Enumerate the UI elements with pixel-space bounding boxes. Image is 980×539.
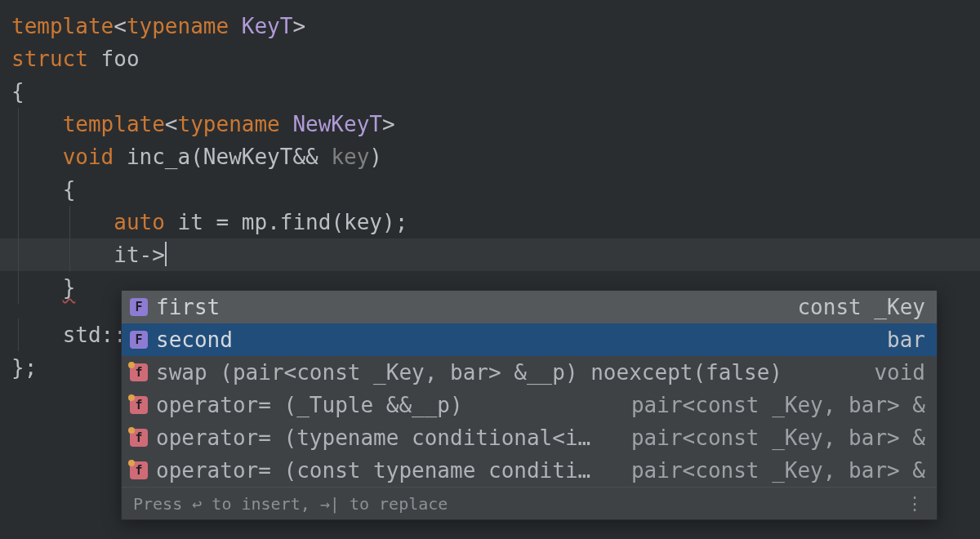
autocomplete-item-type: pair<const _Key, bar> & bbox=[631, 421, 925, 454]
code-line: template<typename KeyT> bbox=[0, 10, 980, 42]
autocomplete-item-method[interactable]: foperator= (_Tuple &&__p)pair<const _Key… bbox=[122, 389, 937, 421]
autocomplete-item-method[interactable]: foperator= (typename conditional<i…pair<… bbox=[122, 421, 937, 454]
badge-icon bbox=[128, 460, 135, 466]
code-line: void inc_a(NewKeyT&& key) bbox=[0, 140, 980, 173]
autocomplete-item-type: pair<const _Key, bar> & bbox=[631, 454, 925, 487]
autocomplete-item-label: operator= (typename conditional<i… bbox=[156, 421, 590, 454]
hint-text: Press ↩ to insert, →| to replace bbox=[133, 488, 448, 520]
method-icon: f bbox=[130, 363, 148, 381]
badge-icon bbox=[128, 427, 135, 434]
code-line: template<typename NewKeyT> bbox=[0, 108, 980, 140]
more-menu-icon[interactable]: ⋮ bbox=[906, 488, 925, 520]
autocomplete-item-label: operator= (const typename conditi… bbox=[156, 454, 590, 487]
code-line-active: it-> bbox=[0, 238, 980, 271]
code-line: { bbox=[0, 173, 980, 206]
method-icon: f bbox=[130, 461, 148, 479]
autocomplete-item-method[interactable]: foperator= (const typename conditi…pair<… bbox=[122, 454, 937, 487]
code-line: struct foo bbox=[0, 42, 980, 75]
code-editor[interactable]: template<typename KeyT> struct foo { tem… bbox=[0, 0, 980, 384]
code-line: { bbox=[0, 75, 980, 108]
autocomplete-item-field[interactable]: Ffirstconst _Key bbox=[122, 291, 937, 323]
field-icon: F bbox=[130, 298, 148, 316]
autocomplete-item-type: void bbox=[874, 356, 925, 389]
autocomplete-item-type: bar bbox=[887, 323, 925, 356]
tab-key-icon: →| bbox=[320, 494, 340, 514]
badge-icon bbox=[128, 362, 135, 368]
autocomplete-item-label: first bbox=[156, 291, 220, 323]
method-icon: f bbox=[130, 396, 148, 414]
autocomplete-item-label: second bbox=[156, 323, 233, 356]
autocomplete-item-type: pair<const _Key, bar> & bbox=[631, 389, 925, 421]
error-brace: } bbox=[63, 275, 76, 300]
autocomplete-item-type: const _Key bbox=[797, 291, 925, 323]
badge-icon bbox=[128, 394, 135, 401]
autocomplete-popup[interactable]: Ffirstconst _KeyFsecondbarfswap (pair<co… bbox=[121, 290, 938, 520]
autocomplete-hint-bar: Press ↩ to insert, →| to replace ⋮ bbox=[122, 487, 937, 519]
field-icon: F bbox=[130, 331, 148, 349]
autocomplete-item-method[interactable]: fswap (pair<const _Key, bar> &__p) noexc… bbox=[122, 356, 937, 389]
autocomplete-item-label: swap (pair<const _Key, bar> &__p) noexce… bbox=[156, 356, 782, 389]
autocomplete-item-label: operator= (_Tuple &&__p) bbox=[156, 389, 463, 421]
enter-key-icon: ↩ bbox=[192, 494, 202, 514]
code-line: auto it = mp.find(key); bbox=[0, 206, 980, 238]
autocomplete-item-field[interactable]: Fsecondbar bbox=[122, 323, 937, 356]
text-caret bbox=[165, 242, 167, 266]
method-icon: f bbox=[130, 429, 148, 447]
